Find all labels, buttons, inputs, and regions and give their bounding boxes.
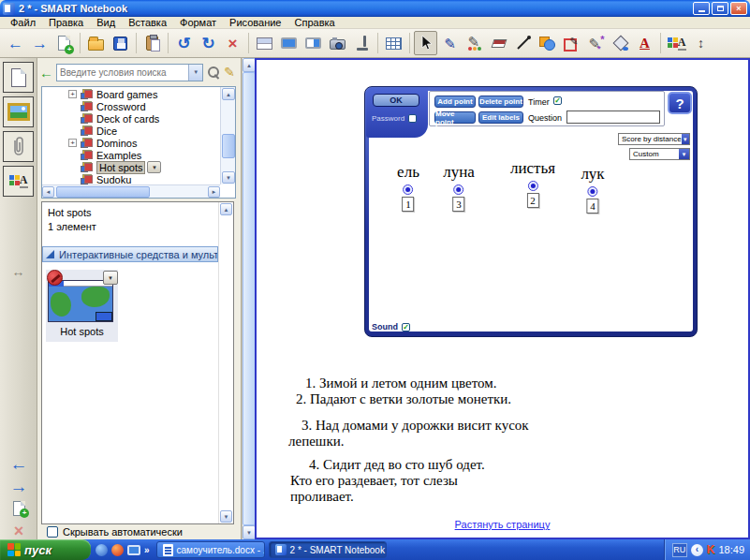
start-button[interactable]: пуск (0, 539, 91, 560)
search-dropdown-button[interactable]: ▼ (188, 65, 202, 81)
paste-button[interactable] (140, 31, 164, 55)
password-checkbox[interactable] (408, 114, 417, 123)
menu-draw[interactable]: Рисование (223, 17, 287, 28)
timer-checkbox[interactable]: ✓ (553, 96, 562, 105)
add-page-nav-button[interactable]: + (7, 498, 31, 519)
minimize-button[interactable] (693, 2, 710, 15)
hot-spots-widget[interactable]: OK Password Add point Delete point Move … (364, 86, 698, 337)
tree-item-hot-spots[interactable]: Hot spots ▼ (42, 161, 220, 173)
point-number[interactable]: 4 (587, 199, 599, 214)
tree-item-sudoku[interactable]: Sudoku (42, 173, 220, 184)
scroll-up-icon[interactable]: ▲ (222, 88, 235, 100)
document-camera-button[interactable] (350, 31, 374, 55)
tree-horizontal-scrollbar[interactable]: ◄ ► (42, 184, 220, 198)
pen-tool-button[interactable]: ✎ (438, 31, 462, 55)
item-dropdown-button[interactable]: ▼ (103, 271, 118, 285)
results-scrollbar[interactable]: ▲ ▼ (218, 202, 233, 523)
next-page-nav-button[interactable]: → (7, 476, 31, 496)
language-indicator[interactable]: RU (672, 543, 687, 557)
item-menu-dropdown-button[interactable]: ▼ (147, 161, 161, 173)
menu-format[interactable]: Формат (173, 17, 223, 28)
label-mode-dropdown[interactable]: Custom ▼ (629, 148, 690, 160)
screen-capture-button[interactable] (326, 31, 349, 55)
menu-insert[interactable]: Вставка (122, 17, 173, 28)
delete-page-nav-button[interactable]: × (7, 521, 31, 541)
point-marker-icon[interactable] (588, 186, 598, 197)
menu-help[interactable]: Справка (288, 17, 342, 28)
delete-point-button[interactable]: Delete point (478, 96, 523, 108)
collapse-search-icon[interactable]: ← (39, 66, 53, 80)
tree-item-dice[interactable]: Dice (42, 125, 220, 137)
point-number[interactable]: 2 (526, 193, 538, 208)
tree-item-examples[interactable]: Examples (42, 149, 220, 161)
tab-attachments[interactable] (3, 131, 34, 162)
page-canvas[interactable]: OK Password Add point Delete point Move … (255, 58, 750, 539)
close-button[interactable]: × (730, 2, 747, 15)
fullscreen-button[interactable] (277, 31, 301, 55)
save-button[interactable] (109, 31, 132, 55)
shapes-tool-button[interactable] (536, 31, 559, 55)
riddles-text-block[interactable]: 1. Зимой и летом одним цветом. 2. Падают… (288, 376, 529, 505)
gallery-item-hot-spots[interactable]: ▼ Hot spots (46, 270, 118, 342)
select-tool-button[interactable] (414, 31, 437, 55)
redo-button[interactable]: ↻ (197, 31, 220, 55)
move-toolbar-button[interactable]: ↕ (689, 31, 713, 55)
section-header-interactive[interactable]: Интерактивные средства и мульт... (42, 246, 218, 262)
previous-page-nav-button[interactable]: ← (7, 453, 31, 474)
resize-panel-icon[interactable]: ↔ (12, 264, 25, 279)
task-button-word-doc[interactable]: самоучитель.docx - ... (156, 541, 265, 558)
delete-button[interactable]: × (221, 31, 244, 55)
scroll-left-icon[interactable]: ◄ (42, 186, 54, 198)
expand-icon[interactable]: + (68, 90, 77, 98)
tree-item-deck-of-cards[interactable]: Deck of cards (42, 112, 220, 125)
help-button[interactable]: ? (668, 92, 692, 114)
show-desktop-icon[interactable] (127, 545, 140, 555)
next-page-button[interactable]: → (28, 31, 51, 55)
move-point-button[interactable]: Move point (434, 111, 476, 124)
menu-file[interactable]: Файл (4, 17, 42, 28)
autohide-option[interactable]: Скрывать автоматически (47, 526, 183, 538)
antivirus-tray-icon[interactable]: K (707, 543, 715, 556)
edit-labels-button[interactable]: Edit labels (478, 111, 523, 124)
new-page-button[interactable]: + (52, 31, 76, 55)
canvas-vertical-scrollbar[interactable]: ▲ ▼ (242, 58, 255, 539)
search-icon[interactable] (206, 65, 221, 80)
search-input[interactable] (57, 65, 188, 81)
hot-spot-listya[interactable]: листья 2 (510, 160, 555, 208)
scroll-down-icon[interactable]: ▼ (243, 525, 256, 539)
add-point-button[interactable]: Add point (434, 96, 476, 108)
scroll-up-icon[interactable]: ▲ (243, 58, 256, 72)
hot-spot-luna[interactable]: луна 3 (443, 164, 475, 212)
expand-icon[interactable]: + (68, 139, 77, 147)
line-tool-button[interactable] (511, 31, 535, 55)
insert-table-button[interactable] (382, 31, 405, 55)
autohide-checkbox[interactable] (47, 526, 58, 538)
menu-view[interactable]: Вид (90, 17, 122, 28)
scrollbar-thumb[interactable] (56, 186, 150, 198)
menu-edit[interactable]: Правка (42, 17, 90, 28)
hide-tray-icons-button[interactable]: ‹ (691, 544, 703, 556)
tree-item-dominos[interactable]: + Dominos (42, 137, 220, 149)
scroll-up-icon[interactable]: ▲ (220, 203, 232, 215)
edit-search-icon[interactable]: ✎ (224, 66, 235, 79)
screen-shade-button[interactable] (253, 31, 276, 55)
hot-spot-luk[interactable]: лук 4 (581, 166, 604, 214)
tab-page-sorter[interactable] (3, 62, 34, 93)
point-marker-icon[interactable] (527, 181, 537, 191)
scroll-down-icon[interactable]: ▼ (220, 510, 232, 523)
tab-properties[interactable]: A (3, 166, 34, 197)
ok-button[interactable]: OK (373, 94, 419, 107)
dropdown-arrow-icon[interactable]: ▼ (682, 134, 689, 144)
scroll-right-icon[interactable]: ► (208, 186, 220, 198)
dual-display-button[interactable] (301, 31, 325, 55)
shape-recognition-pen-button[interactable]: ✎ (560, 31, 583, 55)
quick-launch-more-icon[interactable]: » (144, 545, 150, 555)
point-marker-icon[interactable] (453, 184, 463, 195)
fill-tool-button[interactable] (609, 31, 632, 55)
hot-spot-el[interactable]: ель 1 (397, 164, 419, 212)
eraser-tool-button[interactable] (487, 31, 510, 55)
tab-gallery[interactable] (3, 96, 34, 127)
text-tool-button[interactable]: A (633, 31, 656, 55)
quick-launch-icon[interactable] (111, 544, 124, 556)
tree-vertical-scrollbar[interactable]: ▲ ▼ (220, 87, 235, 184)
